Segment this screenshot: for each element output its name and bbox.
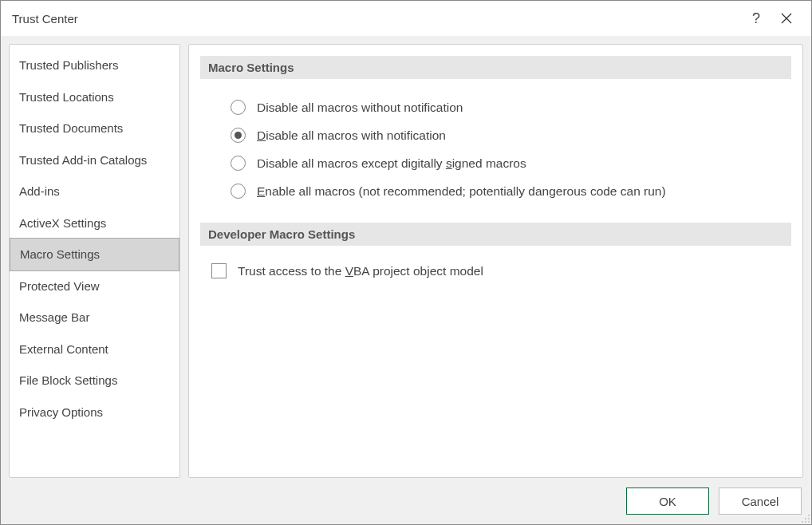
dialog-footer: OK Cancel — [1, 478, 811, 524]
svg-point-5 — [802, 521, 803, 523]
checkbox-trust-vba-access[interactable]: Trust access to the VBA project object m… — [200, 260, 791, 282]
radio-enable-all[interactable]: Enable all macros (not recommended; pote… — [231, 177, 791, 205]
cancel-button[interactable]: Cancel — [719, 488, 802, 515]
main-panel: Macro Settings Disable all macros withou… — [188, 44, 803, 478]
sidebar-item-macro-settings[interactable]: Macro Settings — [10, 238, 179, 271]
svg-point-3 — [805, 518, 806, 519]
svg-point-7 — [808, 521, 810, 523]
sidebar-item-activex-settings[interactable]: ActiveX Settings — [10, 207, 179, 239]
radio-icon — [231, 156, 246, 171]
svg-point-2 — [808, 515, 810, 516]
trust-center-dialog: Trust Center ? Trusted Publishers Truste… — [0, 0, 812, 525]
radio-label: Disable all macros with notification — [257, 128, 446, 143]
checkbox-label: Trust access to the VBA project object m… — [238, 264, 483, 278]
dialog-title: Trust Center — [12, 12, 741, 26]
radio-disable-without-notification[interactable]: Disable all macros without notification — [231, 93, 791, 121]
radio-disable-with-notification[interactable]: Disable all macros with notification — [231, 121, 791, 149]
sidebar-item-external-content[interactable]: External Content — [10, 334, 179, 365]
section-header-developer-macro-settings: Developer Macro Settings — [200, 223, 791, 246]
sidebar-item-add-ins[interactable]: Add-ins — [10, 176, 179, 207]
radio-icon — [231, 184, 246, 199]
radio-label: Enable all macros (not recommended; pote… — [257, 184, 666, 199]
checkbox-icon — [211, 263, 227, 278]
titlebar: Trust Center ? — [1, 1, 811, 36]
radio-label: Disable all macros without notification — [257, 101, 463, 115]
svg-point-6 — [805, 521, 806, 523]
radio-label: Disable all macros except digitally sign… — [257, 156, 526, 171]
close-button[interactable] — [771, 3, 802, 34]
resize-grip-icon[interactable] — [799, 512, 810, 523]
sidebar-item-trusted-addin-catalogs[interactable]: Trusted Add-in Catalogs — [10, 144, 179, 176]
dialog-content: Trusted Publishers Trusted Locations Tru… — [1, 36, 811, 478]
svg-point-4 — [808, 518, 810, 519]
sidebar: Trusted Publishers Trusted Locations Tru… — [9, 44, 180, 478]
sidebar-item-message-bar[interactable]: Message Bar — [10, 302, 179, 334]
radio-icon — [231, 100, 246, 115]
sidebar-item-trusted-publishers[interactable]: Trusted Publishers — [10, 49, 179, 81]
radio-disable-except-signed[interactable]: Disable all macros except digitally sign… — [231, 149, 791, 177]
radio-icon — [231, 128, 246, 143]
macro-settings-radio-group: Disable all macros without notification … — [200, 93, 791, 205]
sidebar-item-protected-view[interactable]: Protected View — [10, 270, 179, 302]
section-header-macro-settings: Macro Settings — [200, 56, 791, 79]
sidebar-item-file-block-settings[interactable]: File Block Settings — [10, 365, 179, 397]
help-button[interactable]: ? — [741, 3, 771, 34]
sidebar-item-trusted-locations[interactable]: Trusted Locations — [10, 81, 179, 113]
ok-button[interactable]: OK — [626, 488, 709, 515]
sidebar-item-trusted-documents[interactable]: Trusted Documents — [10, 112, 179, 144]
sidebar-item-privacy-options[interactable]: Privacy Options — [10, 397, 179, 428]
close-icon — [781, 13, 792, 24]
